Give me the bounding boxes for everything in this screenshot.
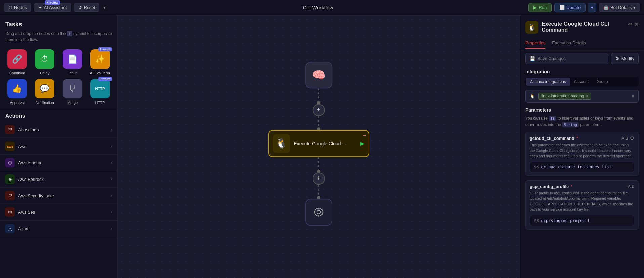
nodes-icon: ⬡ — [8, 5, 12, 10]
panel-close-button[interactable]: ✕ — [634, 21, 639, 27]
node-approval[interactable]: 👍 Approval — [5, 79, 29, 105]
action-aws[interactable]: aws Aws › — [0, 138, 117, 155]
run-icon: ▶ — [533, 5, 537, 10]
ai-evaluator-preview-badge: Preview — [98, 47, 112, 51]
workflow-nodes: 🧠 + 🐧 Execute Google Cloud ... − ▶ — [268, 62, 369, 226]
reset-button[interactable]: ↺ Reset — [74, 3, 100, 12]
integration-chevron-icon: ▾ — [632, 93, 634, 100]
node-condition[interactable]: 🔗 Condition — [5, 49, 29, 75]
param1-settings-icon[interactable]: ⚙ — [630, 135, 634, 141]
svg-point-1 — [317, 210, 320, 214]
integration-tag-remove[interactable]: ✕ — [585, 94, 588, 98]
node-input[interactable]: 📄 Input — [61, 49, 84, 75]
modify-gear-icon: ⚙ — [615, 56, 619, 61]
action-aws-athena[interactable]: ⬡ Aws Athena › — [0, 155, 117, 171]
delay-label: Delay — [40, 71, 49, 75]
action-aws-bedrock[interactable]: ◈ Aws Bedrock › — [0, 171, 117, 188]
integration-section-label: Integration — [525, 69, 639, 74]
approval-icon: 👍 — [12, 84, 22, 93]
parameters-description: You can use $$ to insert variables or ke… — [525, 115, 639, 128]
azure-label: Azure — [18, 226, 107, 231]
connector-2 — [318, 116, 319, 128]
execute-node-play-icon: ▶ — [360, 140, 364, 147]
node-notification[interactable]: 💬 Notification — [33, 79, 56, 105]
execute-node-remove-button[interactable]: − — [363, 133, 366, 138]
plus-icon: + — [67, 31, 72, 36]
wf-execute-node[interactable]: 🐧 Execute Google Cloud ... − ▶ — [268, 130, 369, 157]
connector-3 — [318, 157, 319, 170]
aws-security-lake-chevron-icon: › — [111, 193, 112, 198]
action-azure[interactable]: △ Azure › — [0, 221, 117, 237]
run-label: Run — [539, 5, 547, 10]
tab-properties[interactable]: Properties — [525, 38, 545, 49]
bot-details-button[interactable]: 🤖 Bot Details ▾ — [599, 3, 640, 12]
int-tab-account[interactable]: Account — [570, 78, 593, 86]
ai-assistant-label: AI Assistant — [44, 5, 67, 10]
aws-ses-chevron-icon: › — [111, 210, 112, 214]
node-ai-evaluator[interactable]: Preview ✨ AI Evaluator — [88, 49, 112, 75]
bot-icon: 🤖 — [603, 5, 609, 10]
panel-header-top: 🐧 Execute Google Cloud CLI Command ⇔ ✕ — [525, 21, 639, 34]
panel-expand-button[interactable]: ⇔ — [628, 21, 632, 27]
param1-input[interactable]: $$ gcloud compute instances list — [530, 162, 634, 172]
panel-node-icon: 🐧 — [525, 21, 538, 34]
action-aws-ses[interactable]: ✉ Aws Ses › — [0, 204, 117, 221]
param1-ab-labels: AB — [621, 136, 628, 140]
aws-athena-label: Aws Athena — [18, 160, 107, 165]
right-panel: 🐧 Execute Google Cloud CLI Command ⇔ ✕ P… — [520, 15, 644, 278]
abuseipdb-label: Abuseipdb — [18, 127, 107, 132]
tasks-description: Drag and drop the nodes onto the + symbo… — [0, 31, 117, 47]
panel-title: Execute Google Cloud CLI Command — [542, 21, 625, 33]
aws-icon: aws — [5, 142, 15, 151]
integration-select[interactable]: 🐧 linux-integration-staging ✕ ▾ — [525, 90, 639, 103]
approval-label: Approval — [10, 101, 24, 105]
param1-dollar-sign: $$ — [534, 165, 539, 169]
dropdown-button[interactable]: ▾ — [102, 3, 107, 12]
tasks-title: Tasks — [0, 15, 117, 31]
update-icon: ⬜ — [559, 5, 565, 10]
update-caret-button[interactable]: ▾ — [588, 3, 596, 12]
node-http[interactable]: Preview HTTP HTTP — [88, 79, 112, 105]
param2-required: * — [571, 184, 572, 189]
int-tab-group[interactable]: Group — [593, 78, 612, 86]
add-node-button-2[interactable]: + — [313, 172, 325, 185]
azure-icon: △ — [5, 224, 15, 233]
param2-input[interactable]: $$ gcp/staging-project1 — [530, 215, 634, 226]
brain-icon: 🧠 — [312, 69, 326, 81]
parameters-label: Parameters — [525, 107, 639, 113]
param2-name: gcp_config_profile — [530, 184, 569, 189]
panel-tabs: Properties Execution Details — [525, 38, 639, 49]
left-sidebar: Tasks Drag and drop the nodes onto the +… — [0, 15, 118, 278]
action-aws-security-lake[interactable]: 🛡 Aws Security Lake › — [0, 188, 117, 204]
add-node-button-1[interactable]: + — [313, 104, 325, 116]
modify-button[interactable]: ⚙ Modify — [611, 53, 639, 64]
save-icon: 💾 — [530, 56, 535, 61]
workflow-canvas[interactable]: 🧠 + 🐧 Execute Google Cloud ... − ▶ — [118, 15, 520, 278]
node-delay[interactable]: ⏱ Delay — [33, 49, 56, 75]
wf-target-node[interactable] — [305, 199, 332, 226]
aws-security-lake-label: Aws Security Lake — [18, 193, 107, 198]
ai-evaluator-label: AI Evaluator — [90, 71, 110, 75]
wf-brain-node[interactable]: 🧠 — [305, 62, 332, 88]
aws-security-lake-icon: 🛡 — [5, 191, 15, 200]
run-button[interactable]: ▶ Run — [528, 3, 552, 12]
param2-dollar-sign: $$ — [534, 218, 539, 223]
param2-value: gcp/staging-project1 — [541, 218, 590, 223]
int-tab-all[interactable]: All linux integrations — [526, 78, 570, 86]
bot-caret-icon: ▾ — [633, 5, 636, 10]
update-button[interactable]: ⬜ Update — [554, 3, 586, 12]
execute-node-label: Execute Google Cloud ... — [294, 141, 356, 146]
param1-value: gcloud compute instances list — [541, 165, 611, 169]
save-changes-button[interactable]: 💾 Save Changes — [525, 53, 608, 64]
nav-right-actions: ▶ Run ⬜ Update ▾ 🤖 Bot Details ▾ — [528, 3, 640, 12]
param-gcp-config-profile: gcp_config_profile * AB GCP profile to u… — [525, 180, 639, 230]
integration-tabs: All linux integrations Account Group — [525, 77, 639, 86]
tab-execution-details[interactable]: Execution Details — [552, 38, 586, 49]
node-merge[interactable]: Merge — [61, 79, 84, 105]
nodes-button[interactable]: ⬡ Nodes — [4, 3, 31, 12]
reset-icon: ↺ — [78, 5, 82, 10]
merge-label: Merge — [67, 101, 78, 105]
action-abuseipdb[interactable]: 🛡 Abuseipdb › — [0, 122, 117, 138]
aws-ses-label: Aws Ses — [18, 210, 107, 215]
http-label: HTTP — [95, 101, 105, 105]
